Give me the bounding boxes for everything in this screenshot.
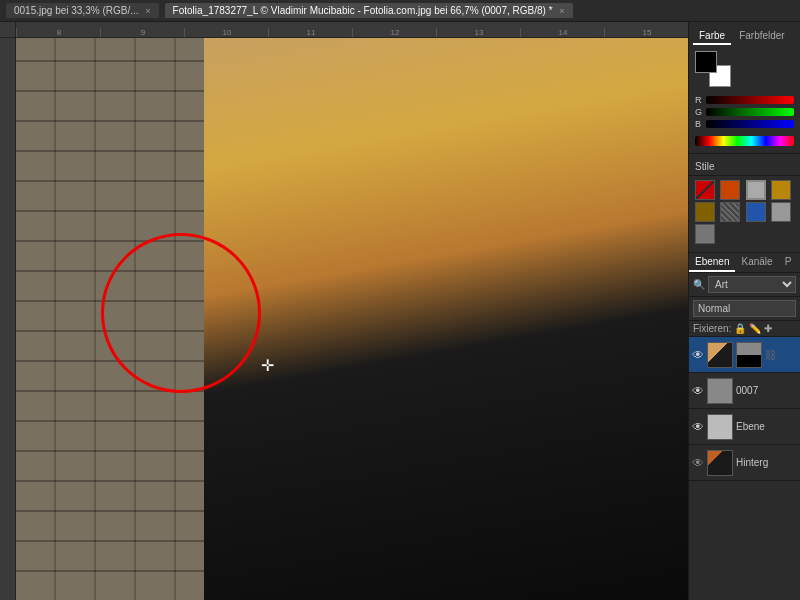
- tab-farbfelder[interactable]: Farbfelder: [733, 28, 791, 45]
- layers-tabs: Ebenen Kanäle P: [689, 253, 800, 273]
- layer-thumb-0007: [707, 378, 733, 404]
- stile-item-8[interactable]: [771, 202, 791, 222]
- ruler-tick-10: 10: [184, 28, 268, 37]
- tab-0015-label: 0015.jpg bei 33,3% (RGB/...: [14, 5, 139, 16]
- g-slider-row: G: [695, 107, 794, 117]
- right-panel: Farbe Farbfelder R G B: [688, 22, 800, 600]
- stile-item-4[interactable]: [771, 180, 791, 200]
- stile-item-9[interactable]: [695, 224, 715, 244]
- color-panel-tabs: Farbe Farbfelder: [689, 26, 800, 45]
- layer-row-hinterg[interactable]: 👁 Hinterg: [689, 445, 800, 481]
- layer-row-0007[interactable]: 👁 0007: [689, 373, 800, 409]
- tab-fotolia[interactable]: Fotolia_1783277_L © Vladimir Mucibabic -…: [165, 3, 573, 18]
- color-section: Farbe Farbfelder R G B: [689, 22, 800, 154]
- r-label: R: [695, 95, 703, 105]
- fixieren-row: Fixieren: 🔒 ✏️ ✚: [689, 321, 800, 337]
- g-label: G: [695, 107, 703, 117]
- blend-mode-dropdown[interactable]: Normal: [693, 300, 796, 317]
- tab-ebenen[interactable]: Ebenen: [689, 253, 735, 272]
- image-canvas[interactable]: ✛: [16, 38, 688, 600]
- person-image: [204, 38, 688, 600]
- stile-item-6[interactable]: [720, 202, 740, 222]
- ruler-tick-12: 12: [352, 28, 436, 37]
- r-slider-row: R: [695, 95, 794, 105]
- tab-0015[interactable]: 0015.jpg bei 33,3% (RGB/... ×: [6, 3, 159, 18]
- layer-thumb-ebene: [707, 414, 733, 440]
- layer-row-person[interactable]: 👁 ⛓: [689, 337, 800, 373]
- person-area: [204, 38, 688, 600]
- layers-section: Ebenen Kanäle P 🔍 Art Normal Fixieren: 🔒…: [689, 253, 800, 600]
- stile-section: Stile: [689, 154, 800, 253]
- ruler-tick-15: 15: [604, 28, 688, 37]
- layer-row-ebene[interactable]: 👁 Ebene: [689, 409, 800, 445]
- main-layout: 8 9 10 11 12 13 14 15: [0, 22, 800, 600]
- layer-thumb-hinterg: [707, 450, 733, 476]
- layer-eye-person[interactable]: 👁: [692, 348, 704, 362]
- ruler-tick-9: 9: [100, 28, 184, 37]
- tab-fotolia-close[interactable]: ×: [559, 6, 564, 16]
- lock-transparent-icon[interactable]: 🔒: [734, 323, 746, 334]
- layers-filter-row: 🔍 Art: [689, 273, 800, 297]
- fg-bg-swatches[interactable]: [695, 51, 731, 87]
- b-slider-row: B: [695, 119, 794, 129]
- color-gradient-bar[interactable]: [695, 136, 794, 146]
- foreground-color-swatch[interactable]: [695, 51, 717, 73]
- stone-wall-texture: [16, 38, 231, 600]
- lock-pixels-icon[interactable]: ✏️: [749, 323, 761, 334]
- layers-filter-select[interactable]: Art: [708, 276, 796, 293]
- ruler-horizontal: 8 9 10 11 12 13 14 15: [16, 22, 688, 38]
- filter-search-icon: 🔍: [693, 279, 705, 290]
- stile-item-7[interactable]: [746, 202, 766, 222]
- layer-eye-hinterg[interactable]: 👁: [692, 456, 704, 470]
- ruler-tick-11: 11: [268, 28, 352, 37]
- g-slider[interactable]: [706, 108, 794, 116]
- layer-thumb-person: [707, 342, 733, 368]
- layer-name-ebene: Ebene: [736, 421, 797, 432]
- ruler-tick-13: 13: [436, 28, 520, 37]
- stone-wall-area: [16, 38, 231, 600]
- stile-header: Stile: [689, 158, 800, 176]
- layer-eye-ebene[interactable]: 👁: [692, 420, 704, 434]
- stile-item-5[interactable]: [695, 202, 715, 222]
- canvas-area: 8 9 10 11 12 13 14 15: [0, 22, 688, 600]
- stile-item-2[interactable]: [720, 180, 740, 200]
- ruler-row: 8 9 10 11 12 13 14 15: [0, 22, 688, 38]
- fixieren-label: Fixieren:: [693, 323, 731, 334]
- layers-list: 👁 ⛓ 👁 0007 👁 Ebene: [689, 337, 800, 600]
- r-slider[interactable]: [706, 96, 794, 104]
- layer-name-hinterg: Hinterg: [736, 457, 797, 468]
- tab-0015-close[interactable]: ×: [145, 6, 150, 16]
- blend-mode-row: Normal: [689, 297, 800, 321]
- ruler-corner: [0, 22, 16, 38]
- layer-thumb-mask: [736, 342, 762, 368]
- lock-position-icon[interactable]: ✚: [764, 323, 772, 334]
- tab-kanaele[interactable]: Kanäle: [735, 253, 778, 272]
- layer-eye-0007[interactable]: 👁: [692, 384, 704, 398]
- ruler-ticks: 8 9 10 11 12 13 14 15: [16, 22, 688, 38]
- tab-farbe[interactable]: Farbe: [693, 28, 731, 45]
- b-label: B: [695, 119, 703, 129]
- stile-grid: [689, 176, 800, 248]
- title-bar: 0015.jpg bei 33,3% (RGB/... × Fotolia_17…: [0, 0, 800, 22]
- tab-pfade[interactable]: P: [779, 253, 798, 272]
- layer-name-0007: 0007: [736, 385, 797, 396]
- color-swatches: [689, 45, 800, 93]
- stile-item-3[interactable]: [746, 180, 766, 200]
- ruler-vertical: [0, 38, 16, 600]
- b-slider[interactable]: [706, 120, 794, 128]
- ruler-tick-14: 14: [520, 28, 604, 37]
- ruler-tick-8: 8: [16, 28, 100, 37]
- stile-item-1[interactable]: [695, 180, 715, 200]
- canvas-row: ✛: [0, 38, 688, 600]
- rgb-sliders: R G B: [689, 93, 800, 133]
- tab-fotolia-label: Fotolia_1783277_L © Vladimir Mucibabic -…: [173, 5, 553, 16]
- layer-chain-person: ⛓: [765, 349, 776, 361]
